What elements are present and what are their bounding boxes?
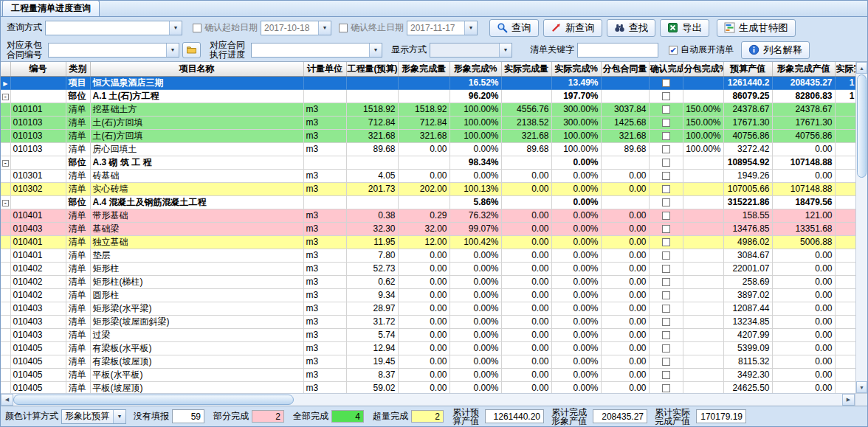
table-row[interactable]: 010402清单矩形柱m352.730.000.00%0.000.00%0.00… [1,262,855,275]
end-date-picker[interactable]: 2017-11-17 ▼ [407,21,478,35]
query-button[interactable]: 查询 [489,19,539,37]
scroll-left-icon[interactable]: ◀ [1,394,13,406]
column-header[interactable]: 实际完成产值 [835,62,855,76]
generate-gantt-button[interactable]: 生成甘特图 [717,19,796,37]
end-date-checkbox[interactable]: 确认终止日期 [339,21,404,34]
horizontal-scrollbar[interactable]: ◀ ▶ [1,393,867,406]
column-header[interactable]: 编号 [10,62,66,76]
start-date-picker[interactable]: 2017-10-18 ▼ [261,21,331,35]
column-header[interactable]: 形象完成量 [398,62,450,76]
confirm-checkbox[interactable] [662,278,670,286]
confirm-checkbox[interactable] [662,105,670,114]
column-header[interactable]: 实际完成量 [501,62,551,76]
table-row[interactable]: 010103清单土(石)方回填m3712.84712.84100.00%2138… [1,116,855,129]
tree-collapse-toggle[interactable]: - [1,156,10,169]
table-row[interactable]: 010401清单带形基础m30.380.2976.32%0.000.00%0.0… [1,209,855,222]
open-folder-button[interactable] [182,42,201,58]
table-row[interactable]: 010405清单平板(坡屋顶)m359.020.000.00%0.000.00%… [1,381,855,393]
chevron-down-icon[interactable]: ▼ [113,410,125,423]
table-row[interactable]: 010403清单过梁m35.740.000.00%0.000.00%0.0042… [1,328,855,341]
confirm-checkbox[interactable] [662,318,670,326]
confirm-checkbox[interactable] [662,305,670,313]
auto-expand-checkbox[interactable]: ✔ 自动展开清单 [669,44,734,56]
table-row[interactable]: 010403清单矩形梁(坡屋面斜梁)m331.720.000.00%0.000.… [1,315,855,328]
color-mode-select[interactable]: 形象比预算 ▼ [61,409,126,424]
chevron-down-icon[interactable]: ▼ [464,21,477,35]
confirm-checkbox[interactable] [662,344,670,353]
column-header[interactable]: 项目名称 [90,62,303,76]
confirm-checkbox[interactable] [662,132,670,140]
column-explain-button[interactable]: 列名解释 [741,41,810,59]
confirm-checkbox[interactable] [662,145,670,153]
vertical-scroll-track[interactable] [856,178,867,381]
table-row[interactable]: 010401清单垫层m37.800.000.00%0.000.00%0.0030… [1,249,855,262]
chevron-down-icon[interactable]: ▼ [369,44,382,57]
column-header[interactable]: 分包合同量 [601,62,649,76]
scroll-right-icon[interactable]: ▶ [842,394,855,406]
table-row[interactable]: 010403清单基础梁m332.3032.0099.07%0.000.00%0.… [1,222,855,235]
confirm-checkbox[interactable] [662,238,670,246]
column-header[interactable]: 分包完成% [683,62,723,76]
table-row[interactable]: 010405清单平板(水平板)m38.370.000.00%0.000.00%0… [1,368,855,381]
confirm-checkbox[interactable] [662,225,670,233]
chevron-down-icon[interactable]: ▼ [499,44,512,57]
new-query-button[interactable]: 新查询 [543,19,602,37]
project-row[interactable]: ▶项目恒大温泉酒店三期16.52%13.49%1261440.2208435.2… [1,76,855,89]
table-row[interactable]: 010301清单砖基础m34.050.000.00%0.000.00%0.001… [1,169,855,182]
table-row[interactable]: 010101清单挖基础土方m31518.921518.92100.00%4556… [1,103,855,116]
query-mode-select[interactable]: ▼ [45,21,182,35]
table-row[interactable]: 010302清单实心砖墙m3201.73202.00100.13%0.000.0… [1,182,855,195]
section-row[interactable]: -部位A.4 混凝土及钢筋混凝土工程5.86%0.00%315221.86184… [1,195,855,209]
confirm-checkbox[interactable] [662,251,670,260]
confirm-checkbox[interactable] [662,265,670,273]
section-row[interactable]: -部位A.1 土(石)方工程96.20%197.70%86079.2582806… [1,89,855,103]
chevron-down-icon[interactable]: ▼ [318,21,331,35]
table-row[interactable]: 010103清单房心回填土m389.680.000.00%89.68100.00… [1,142,855,156]
section-row[interactable]: -部位A.3 砌 筑 工 程98.34%0.00%108954.92107148… [1,156,855,169]
scroll-up-icon[interactable]: ▲ [856,62,867,74]
column-header[interactable]: 预算产值 [723,62,772,76]
confirm-checkbox[interactable] [662,384,670,392]
table-row[interactable]: 010405清单有梁板(水平板)m312.940.000.00%0.000.00… [1,341,855,355]
confirm-checkbox[interactable] [662,92,670,100]
column-header[interactable]: 形象完成产值 [772,62,835,76]
contract-progress-select[interactable]: ▼ [251,43,382,58]
vertical-scroll-thumb[interactable] [857,74,867,178]
confirm-checkbox[interactable] [662,358,670,366]
row-selector-arrow[interactable]: ▶ [1,76,10,89]
display-mode-select[interactable]: ▼ [430,43,512,58]
confirm-checkbox[interactable] [662,371,670,379]
column-header[interactable]: 确认完成 [649,62,683,76]
keyword-input[interactable] [577,43,658,58]
confirm-checkbox[interactable] [662,212,670,220]
horizontal-scroll-track[interactable] [294,394,842,406]
confirm-checkbox[interactable] [662,159,670,167]
column-header[interactable]: 实际完成% [551,62,601,76]
start-date-checkbox[interactable]: 确认起始日期 [193,21,258,34]
find-button[interactable]: 查找 [607,19,656,37]
confirm-checkbox[interactable] [662,172,670,180]
tree-collapse-toggle[interactable]: - [1,195,10,209]
table-row[interactable]: 010103清单土(石)方回填m3321.68321.68100.00%321.… [1,129,855,142]
confirm-checkbox[interactable] [662,185,670,193]
confirm-checkbox[interactable] [662,198,670,206]
column-header[interactable]: 形象完成% [450,62,501,76]
contract-no-select[interactable]: ▼ [48,43,179,58]
column-header[interactable]: 计量单位 [303,62,346,76]
tree-collapse-toggle[interactable]: - [1,89,10,103]
confirm-checkbox[interactable] [662,291,670,299]
table-row[interactable]: 010405清单有梁板(坡屋顶)m319.450.000.00%0.000.00… [1,355,855,368]
column-header[interactable]: 工程量(预算) [346,62,398,76]
confirm-checkbox[interactable] [662,79,670,87]
export-button[interactable]: 导出 [660,19,709,37]
tab-progress-query[interactable]: 工程量清单进度查询 [2,0,100,16]
column-header[interactable]: 类别 [66,62,90,76]
table-row[interactable]: 010401清单独立基础m311.9512.00100.42%0.000.00%… [1,235,855,249]
table-row[interactable]: 010403清单矩形梁(水平梁)m328.970.000.00%0.000.00… [1,302,855,315]
chevron-down-icon[interactable]: ▼ [169,21,182,35]
horizontal-scroll-thumb[interactable] [13,395,294,405]
confirm-checkbox[interactable] [662,331,670,339]
confirm-checkbox[interactable] [662,119,670,127]
scroll-down-icon[interactable]: ▼ [856,381,867,393]
table-row[interactable]: 010402清单圆形柱m39.340.000.00%0.000.00%0.003… [1,288,855,302]
